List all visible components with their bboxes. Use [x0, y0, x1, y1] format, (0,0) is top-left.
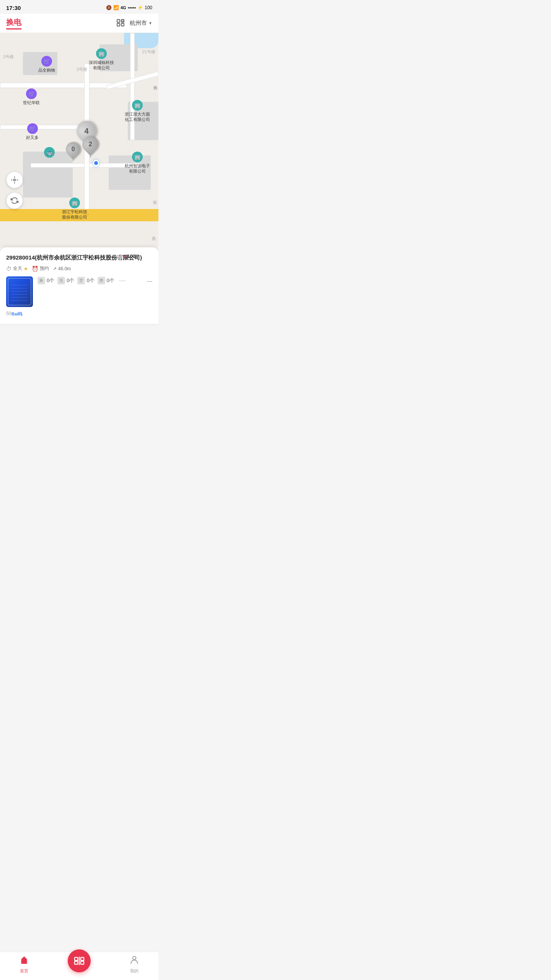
poi-pinquan[interactable]: 🛒 品全购物: [38, 56, 55, 73]
tag-reserve: ⏰ 预约: [32, 265, 49, 272]
slot-3: 类 0个: [98, 277, 114, 284]
signal-error-icon: ✕: [122, 254, 126, 259]
city-selector[interactable]: 杭州市 ▼: [130, 20, 152, 27]
locate-button[interactable]: [6, 172, 23, 188]
bus-stop-marker[interactable]: 🚌: [44, 147, 55, 158]
poi-shijihualian[interactable]: 🛒 世纪华联: [23, 88, 40, 105]
charging-icon: ⚡: [137, 5, 143, 10]
poi-icon-shenzhen: 🏢: [96, 48, 107, 59]
slot-0: 换 0个: [37, 277, 54, 284]
battery-value: 100: [145, 5, 152, 10]
baidu-logo: Bai吗: [11, 311, 22, 317]
status-icons: 🔕 📶 4G ▪▪▪▪▪ ⚡ 100: [106, 5, 152, 10]
poi-icon-haoyouduo: 🛒: [27, 123, 38, 134]
slot-icon-0: 换: [37, 277, 45, 284]
city-name: 杭州市: [130, 20, 147, 27]
pin-2-number: 2: [89, 141, 92, 148]
tag-distance: ↗ 46.0m: [53, 266, 71, 271]
poi-icon-shijihualian: 🛒: [26, 88, 37, 99]
silent-icon: 🔕: [106, 5, 112, 10]
info-panel: ✕ 100 — 299280014(杭州市余杭区浙江宇松科技股份有限公司) ⏱ …: [0, 247, 158, 324]
slot-1: 充 0个: [57, 277, 74, 284]
map-container[interactable]: ← → 永 挝 2号楼 3号楼 21号楼 荆大线 🛒 品全购物 🛒 世纪华联 🛒…: [0, 33, 158, 247]
signal-bars-icon: ▪▪▪▪▪: [128, 5, 136, 10]
alarm-icon: ⏰: [32, 266, 38, 272]
status-time: 17:30: [6, 5, 21, 11]
slot-row: 换 0个 充 0个 空 0个 类 0个 —: [37, 276, 152, 284]
poi-yusong[interactable]: 🏢 浙江宇松科技股份有限公司: [61, 198, 88, 220]
battery-slots: 换 0个 充 0个 空 0个 类 0个 —: [37, 276, 152, 284]
slot-2: 空 0个: [77, 277, 94, 284]
tag-hours: ⏱ 全天 ★: [6, 265, 28, 272]
page-indicator: 50: [6, 311, 11, 316]
bus-icon: 🚌: [44, 147, 55, 158]
distance-text: 46.0m: [58, 266, 71, 271]
info-content: 换 0个 充 0个 空 0个 类 0个 —: [6, 276, 152, 307]
info-tags: ⏱ 全天 ★ ⏰ 预约 ↗ 46.0m: [6, 265, 152, 272]
more-icon: —: [119, 276, 126, 284]
poi-shenzhen[interactable]: 🏢 深圳城铄科技有限公司: [88, 48, 115, 71]
top-nav: 换电 杭州市 ▼: [0, 14, 158, 33]
poi-label-shenzhen: 深圳城铄科技有限公司: [88, 60, 115, 71]
signal-indicator: ✕ 100: [116, 253, 135, 259]
street-v2: [130, 33, 135, 140]
slot-count-1: 0个: [67, 277, 74, 284]
poi-haoyouduo[interactable]: 🛒 好又多: [26, 123, 39, 140]
bldg-label-3: 3号楼: [77, 67, 87, 72]
poi-icon-zhiyuan: 🏢: [132, 152, 143, 162]
poi-yueda[interactable]: 🏢 浙江浙大方圆化工有限公司: [124, 100, 151, 122]
location-dot: [93, 160, 99, 166]
hours-text: 全天: [13, 265, 22, 272]
svg-rect-4: [121, 23, 124, 26]
poi-label-yueda: 浙江浙大方圆化工有限公司: [124, 111, 151, 122]
pin-4-number: 4: [84, 127, 88, 136]
slot-icon-1: 充: [57, 277, 65, 284]
reserve-text: 预约: [40, 265, 49, 272]
clock-icon: ⏱: [6, 266, 11, 272]
poi-icon-yusong: 🏢: [69, 198, 80, 208]
pin-0-number: 0: [72, 146, 75, 153]
pin-2[interactable]: 2: [82, 136, 98, 158]
street-h2: [0, 125, 87, 129]
poi-icon-pinquan: 🛒: [41, 56, 52, 67]
signal-value: 100: [127, 253, 135, 259]
poi-label-zhiyuan: 杭州智源电子有限公司: [124, 163, 151, 174]
bldg-label-21: 21号楼: [142, 49, 155, 55]
nav-right: 杭州市 ▼: [116, 18, 152, 29]
pin-0[interactable]: 0: [66, 142, 80, 161]
signal-bar-1: [116, 256, 118, 259]
poi-icon-yueda: 🏢: [132, 100, 143, 111]
signal-bar-3: [120, 254, 122, 259]
nav-title: 换电: [6, 17, 21, 29]
svg-rect-3: [117, 23, 120, 26]
poi-label-shijihualian: 世纪华联: [23, 100, 40, 105]
poi-label-pinquan: 品全购物: [38, 67, 55, 73]
poi-label-yusong: 浙江宇松科技股份有限公司: [61, 209, 88, 220]
dash-line: —: [147, 278, 152, 284]
signal-bar-2: [118, 255, 120, 259]
list-view-icon[interactable]: [116, 18, 125, 29]
signal-4g-icon: 4G: [121, 5, 126, 10]
poi-zhiyuan[interactable]: 🏢 杭州智源电子有限公司: [124, 152, 151, 174]
slot-icon-2: 空: [77, 277, 85, 284]
slot-count-0: 0个: [47, 277, 54, 284]
slot-count-3: 0个: [107, 277, 114, 284]
slot-count-2: 0个: [86, 277, 94, 284]
wifi-icon: 📶: [113, 5, 119, 10]
road-label-side: 挝: [153, 200, 157, 205]
star-icon: ★: [24, 266, 28, 271]
svg-rect-0: [117, 20, 120, 22]
poi-label-haoyouduo: 好又多: [26, 135, 39, 140]
svg-point-5: [14, 179, 16, 181]
building-block: [23, 152, 73, 198]
station-image: [6, 276, 33, 307]
bldg-label-2: 2号楼: [3, 54, 14, 60]
navigate-icon: ↗: [53, 266, 57, 271]
signal-bars: [116, 254, 122, 259]
refresh-button[interactable]: [6, 192, 23, 209]
slot-icon-3: 类: [98, 277, 105, 284]
map-controls: [6, 172, 23, 209]
status-bar: 17:30 🔕 📶 4G ▪▪▪▪▪ ⚡ 100: [0, 0, 158, 14]
chevron-down-icon: ▼: [148, 21, 152, 25]
